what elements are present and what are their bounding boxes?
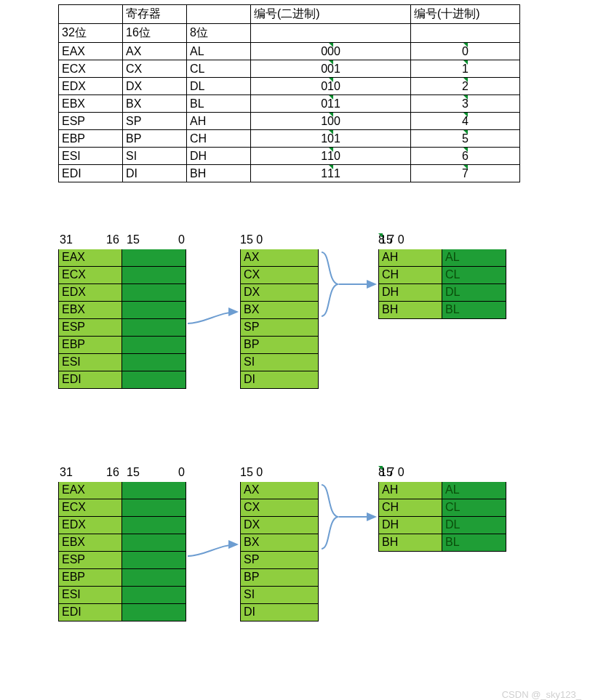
reg16-row: SI xyxy=(240,354,319,371)
reg32-row: EDX xyxy=(58,517,186,534)
reg32-row: EDI xyxy=(58,604,186,621)
table-header-row: 寄存器 编号(二进制) 编号(十进制) xyxy=(59,5,520,24)
reg16-row: BX xyxy=(240,302,319,319)
reg16-row: DX xyxy=(240,284,319,302)
col-16bit: 15 0 AX CX DX BX SP BP SI DI xyxy=(240,466,319,621)
col-32bit: 31 16 15 0 EAX ECX EDX EBX ESP EBP ESI E… xyxy=(58,466,186,621)
reg16-row: BX xyxy=(240,534,319,552)
col-decimal: 编号(十进制) xyxy=(411,5,520,24)
reg16-row: SP xyxy=(240,552,319,569)
col-register: 寄存器 xyxy=(123,5,187,24)
col-binary: 编号(二进制) xyxy=(251,5,411,24)
reg16-row: DI xyxy=(240,371,319,389)
bit-labels-16: 15 0 xyxy=(240,233,319,249)
reg16-row: BP xyxy=(240,569,319,587)
reg8-row: CHCL xyxy=(378,499,506,517)
reg16-row: AX xyxy=(240,482,319,499)
table-row: EDI DI BH 111 7 xyxy=(59,165,520,182)
col-8bit: 15 8 7 0 AHAL CHCL DHDL BHBL xyxy=(378,233,506,319)
reg8-row: BHBL xyxy=(378,534,506,552)
bit-labels-8: 15 8 7 0 xyxy=(378,466,506,482)
register-diagram: 31 16 15 0 EAX ECX EDX EBX ESP EBP ESI E… xyxy=(58,233,524,422)
reg16-row: CX xyxy=(240,499,319,517)
reg16-row: SP xyxy=(240,319,319,337)
arrow-32-to-16-icon xyxy=(186,306,240,328)
reg8-row: BHBL xyxy=(378,302,506,319)
table-row: EBP BP CH 101 5 xyxy=(59,130,520,148)
register-diagram-copy: 31 16 15 0 EAX ECX EDX EBX ESP EBP ESI E… xyxy=(58,466,524,655)
table-row: EDX DX DL 010 2 xyxy=(59,78,520,95)
reg32-row: EBX xyxy=(58,534,186,552)
reg32-row: ECX xyxy=(58,499,186,517)
bit-labels-8: 15 8 7 0 xyxy=(378,233,506,249)
table-width-row: 32位 16位 8位 xyxy=(59,24,520,43)
reg8-row: CHCL xyxy=(378,267,506,284)
reg32-row: EDI xyxy=(58,371,186,389)
reg32-row: EBP xyxy=(58,337,186,354)
reg16-row: BP xyxy=(240,337,319,354)
reg16-row: CX xyxy=(240,267,319,284)
reg32-row: EAX xyxy=(58,482,186,499)
reg8-row: DHDL xyxy=(378,284,506,302)
table-row: EBX BX BL 011 3 xyxy=(59,95,520,113)
brace-arrow-16-to-8-icon xyxy=(319,249,378,322)
bit-labels-32: 31 16 15 0 xyxy=(58,466,186,482)
col-32bit: 31 16 15 0 EAX ECX EDX EBX ESP EBP ESI E… xyxy=(58,233,186,389)
reg32-row: ESP xyxy=(58,319,186,337)
reg32-row: EBX xyxy=(58,302,186,319)
watermark: CSDN @_sky123_ xyxy=(502,689,581,700)
reg8-row: DHDL xyxy=(378,517,506,534)
reg16-row: DX xyxy=(240,517,319,534)
reg32-row: EAX xyxy=(58,249,186,267)
reg32-row: EDX xyxy=(58,284,186,302)
reg16-row: SI xyxy=(240,587,319,604)
table-row: ECX CX CL 001 1 xyxy=(59,60,520,78)
reg32-row: ESP xyxy=(58,552,186,569)
reg32-row: ESI xyxy=(58,587,186,604)
reg8-row: AHAL xyxy=(378,249,506,267)
reg8-row: AHAL xyxy=(378,482,506,499)
width-8: 8位 xyxy=(187,24,251,43)
width-32: 32位 xyxy=(59,24,123,43)
reg16-row: AX xyxy=(240,249,319,267)
reg16-row: DI xyxy=(240,604,319,621)
col-16bit: 15 0 AX CX DX BX SP BP SI DI xyxy=(240,233,319,389)
bit-labels-16: 15 0 xyxy=(240,466,319,482)
bit-labels-32: 31 16 15 0 xyxy=(58,233,186,249)
arrow-32-to-16-icon xyxy=(186,539,240,560)
width-16: 16位 xyxy=(123,24,187,43)
table-row: EAX AX AL 000 0 xyxy=(59,43,520,60)
brace-arrow-16-to-8-icon xyxy=(319,482,378,555)
reg32-row: ECX xyxy=(58,267,186,284)
reg32-row: ESI xyxy=(58,354,186,371)
reg32-row: EBP xyxy=(58,569,186,587)
table-row: ESP SP AH 100 4 xyxy=(59,113,520,130)
table-row: ESI SI DH 110 6 xyxy=(59,148,520,165)
register-encoding-table: 寄存器 编号(二进制) 编号(十进制) 32位 16位 8位 EAX AX AL… xyxy=(58,4,520,182)
col-8bit: 15 8 7 0 AHAL CHCL DHDL BHBL xyxy=(378,466,506,552)
